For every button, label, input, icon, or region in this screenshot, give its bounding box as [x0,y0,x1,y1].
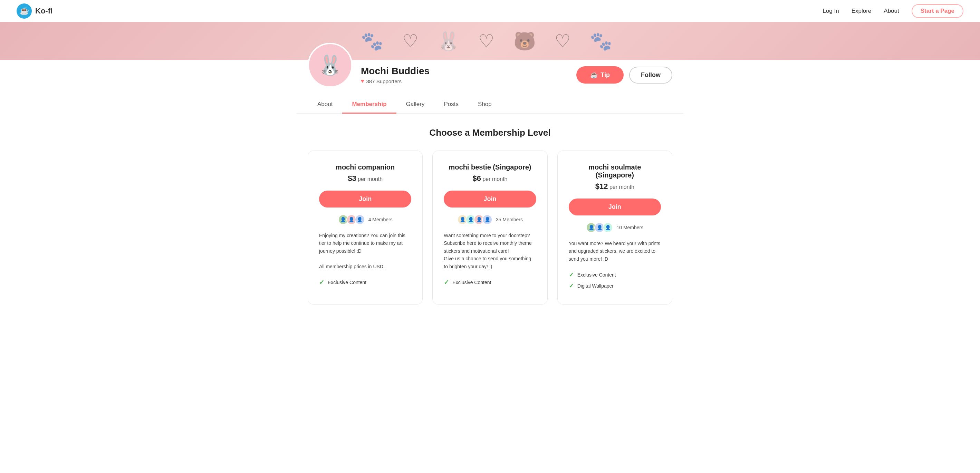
tip-icon: ☕ [590,71,598,79]
join-button-soulmate[interactable]: Join [569,198,661,216]
members-row-companion: 👤 👤 👤 4 Members [319,214,411,225]
check-icon: ✓ [569,271,574,279]
check-icon: ✓ [444,279,449,286]
card-description-soulmate: You want more? We heard you! With prints… [569,240,661,263]
feature-label: Exclusive Content [452,280,491,285]
card-title-soulmate: mochi soulmate (Singapore) [569,163,661,179]
profile-name: Mochi Buddies [361,66,568,77]
check-icon: ✓ [319,279,324,286]
members-row-soulmate: 👤 👤 👤 10 Members [569,222,661,233]
members-count-bestie: 35 Members [496,217,523,222]
profile-header: 🐰 Mochi Buddies ♥ 387 Supporters ☕ Tip F… [297,43,683,88]
feature-item: ✓ Exclusive Content [319,279,411,286]
tip-button[interactable]: ☕ Tip [576,66,624,84]
logo-icon: ☕ [17,3,32,19]
heart-icon: ♥ [361,78,364,84]
price-period-soulmate: per month [609,184,634,190]
tab-about[interactable]: About [308,96,342,114]
members-count-soulmate: 10 Members [616,225,643,230]
card-features-bestie: ✓ Exclusive Content [444,279,536,290]
member-avatars-bestie: 👤 👤 👤 👤 [457,214,492,225]
card-features-soulmate: ✓ Exclusive Content ✓ Digital Wallpaper [569,271,661,293]
feature-item: ✓ Digital Wallpaper [569,282,661,290]
membership-section-title: Choose a Membership Level [308,127,672,138]
membership-card-soulmate: mochi soulmate (Singapore) $12 per month… [557,151,672,305]
tip-label: Tip [600,71,610,79]
main-content: Choose a Membership Level mochi companio… [297,114,683,318]
feature-item: ✓ Exclusive Content [569,271,661,279]
navbar: ☕ Ko-fi Log In Explore About Start a Pag… [0,0,980,22]
price-period-companion: per month [358,176,383,182]
price-period-bestie: per month [482,176,507,182]
tab-shop[interactable]: Shop [468,96,501,114]
membership-grid: mochi companion $3 per month Join 👤 👤 👤 … [308,151,672,305]
profile-actions: ☕ Tip Follow [576,47,672,84]
price-amount-soulmate: $12 [595,182,608,190]
profile-info: Mochi Buddies ♥ 387 Supporters [361,46,568,84]
avatar: 🐰 [308,43,353,88]
members-count-companion: 4 Members [368,217,393,222]
feature-item: ✓ Exclusive Content [444,279,536,286]
card-title-companion: mochi companion [319,163,411,171]
supporters-count: 387 Supporters [366,78,402,84]
check-icon: ✓ [569,282,574,290]
card-features-companion: ✓ Exclusive Content [319,279,411,290]
nav-login[interactable]: Log In [822,8,839,14]
nav-explore[interactable]: Explore [851,8,872,14]
start-page-button[interactable]: Start a Page [912,4,963,18]
membership-card-bestie: mochi bestie (Singapore) $6 per month Jo… [432,151,547,305]
card-title-bestie: mochi bestie (Singapore) [444,163,536,171]
member-avatars-companion: 👤 👤 👤 [338,214,365,225]
tab-gallery[interactable]: Gallery [396,96,434,114]
feature-label: Exclusive Content [328,280,366,285]
members-row-bestie: 👤 👤 👤 👤 35 Members [444,214,536,225]
avatar-emoji: 🐰 [318,54,342,77]
profile-supporters: ♥ 387 Supporters [361,78,568,84]
logo[interactable]: ☕ Ko-fi [17,3,52,19]
card-price-bestie: $6 per month [444,174,536,183]
card-description-bestie: Want something more to your doorstep? Su… [444,232,536,270]
card-price-companion: $3 per month [319,174,411,183]
member-avatar: 👤 [482,214,492,225]
tabs: About Membership Gallery Posts Shop [308,96,672,113]
member-avatars-soulmate: 👤 👤 👤 [586,222,613,233]
card-price-soulmate: $12 per month [569,182,661,191]
join-button-companion[interactable]: Join [319,190,411,208]
navbar-links: Log In Explore About Start a Page [822,4,963,18]
follow-button[interactable]: Follow [629,67,672,84]
feature-label: Digital Wallpaper [578,283,614,289]
feature-label: Exclusive Content [578,272,616,278]
price-amount-companion: $3 [348,174,356,183]
nav-about[interactable]: About [884,8,899,14]
tab-membership[interactable]: Membership [342,96,396,114]
price-amount-bestie: $6 [473,174,481,183]
tabs-container: About Membership Gallery Posts Shop [297,96,683,114]
card-description-companion: Enjoying my creations? You can join this… [319,232,411,270]
membership-card-companion: mochi companion $3 per month Join 👤 👤 👤 … [308,151,423,305]
member-avatar: 👤 [355,214,365,225]
logo-text: Ko-fi [35,6,52,16]
join-button-bestie[interactable]: Join [444,190,536,208]
member-avatar: 👤 [603,222,613,233]
tab-posts[interactable]: Posts [434,96,468,114]
